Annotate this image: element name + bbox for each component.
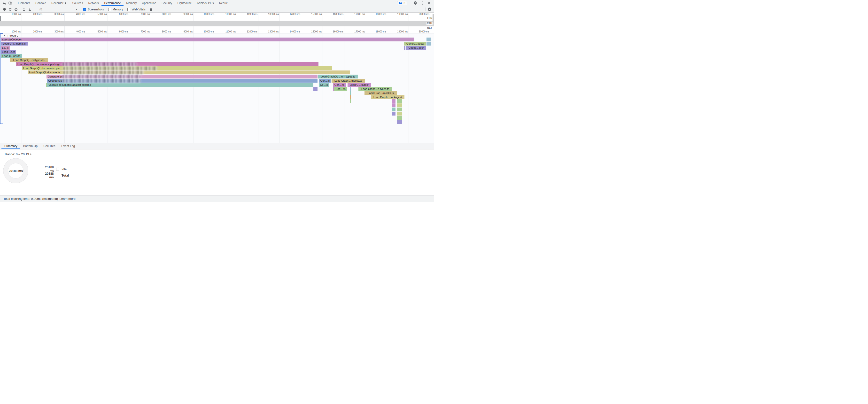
tab-security[interactable]: Security [159,0,175,6]
statusbar: Total blocking time: 0.00ms (estimated) … [0,195,434,202]
tab-adblock-plus[interactable]: Adblock Plus [194,0,216,6]
flame-bar[interactable]: Lo...s [1,46,10,50]
flame-bar[interactable]: Load GraphQL ...urn-types.ts [318,74,358,79]
flame-bar[interactable]: Load Grap.../mocks.ts [365,91,397,95]
learn-more-link[interactable]: Learn more [59,197,75,200]
flame-bar[interactable]: Cod....ts [334,87,347,91]
timeline-overview[interactable]: 1000 ms2000 ms3000 ms4000 ms5000 ms6000 … [0,12,434,30]
tab-network[interactable]: Network [86,0,101,6]
ruler-tick-label: 18000 ms [365,30,386,33]
tab-redux[interactable]: Redux [217,0,230,6]
flame-bar[interactable]: Load Graph.../mocks.ts [332,79,365,83]
flame-block[interactable] [350,99,351,103]
gridline [237,33,237,143]
checkbox-memory[interactable]: Memory [108,8,123,11]
tab-call-tree[interactable]: Call Tree [40,143,58,149]
record-icon[interactable] [1,7,7,12]
checkbox-screenshots[interactable]: Screenshots [83,8,104,11]
checkbox-web-vitals[interactable]: Web Vitals [127,8,146,11]
flame-bar[interactable]: Load Graph...n-types.ts [359,87,392,91]
issues-count: 3 [403,1,405,5]
trash-icon[interactable] [148,7,154,12]
tab-recorder[interactable]: Recorder [49,0,69,6]
clear-icon[interactable] [13,7,19,12]
flame-block[interactable] [427,42,431,45]
flame-bar[interactable]: Gen....ts [333,83,346,87]
close-icon[interactable] [426,0,432,6]
flame-block[interactable] [392,107,396,112]
save-profile-icon[interactable] [27,7,33,12]
tab-label: Memory [126,1,136,5]
flame-bar[interactable]: Load GraphQ...ed/types.ts [10,58,48,62]
summary-donut-chart: 20188 ms [3,158,28,183]
flame-block[interactable] [392,112,396,116]
overview-tick-label: 17000 ms [344,13,365,15]
thread-header[interactable]: Thread 0 [3,33,18,37]
ruler-tick-label: 11000 ms [215,30,236,33]
overview-tick-label: 5000 ms [86,13,107,15]
flame-bar[interactable]: Gen...ts [319,79,331,83]
flame-bar[interactable]: Load GraphQL documents: package [16,62,318,66]
flame-block[interactable] [404,46,405,50]
flame-block[interactable] [392,99,396,103]
overview-cursor-line[interactable] [45,12,45,29]
flame-block[interactable] [427,37,431,41]
more-options-icon[interactable] [420,0,424,6]
tab-bottom-up[interactable]: Bottom-Up [20,143,40,149]
divider [20,7,20,11]
overview-tick-label: 16000 ms [322,13,343,15]
flame-block[interactable] [313,87,317,91]
checkbox-unchecked-icon[interactable] [127,8,130,11]
flame-block[interactable] [397,99,402,103]
reload-and-record-icon[interactable] [7,7,13,12]
checkbox-unchecked-icon[interactable] [108,8,111,11]
capture-settings-gear-icon[interactable] [427,7,433,12]
flame-block[interactable] [397,107,402,112]
gridline [64,33,65,143]
tab-event-log[interactable]: Event Log [58,143,78,149]
flame-bar[interactable]: Genera...ages/ [404,42,426,45]
settings-gear-icon[interactable] [413,0,418,6]
flame-bar[interactable]: Load G...kages/ [347,83,371,87]
tab-memory[interactable]: Memory [124,0,139,6]
flame-bar[interactable]: Validate documents against schema [47,83,313,87]
history-select[interactable]: #1 [36,7,79,12]
redacted-text-overlay [63,67,157,70]
summary-legend: 20188 msIdle20188 msTotal [40,166,69,179]
device-toolbar-icon[interactable] [7,0,13,6]
tab-label: Performance [104,1,121,5]
redacted-text-overlay [63,79,141,83]
flame-block[interactable] [397,120,402,124]
ruler-tick-label: 9000 ms [172,30,193,33]
overview-scrollbar-thumb[interactable] [433,14,434,23]
tab-console[interactable]: Console [33,0,49,6]
checkbox-label: Memory [113,8,123,11]
flame-block[interactable] [397,116,402,120]
flame-bar[interactable]: Load ...s.ts [1,50,16,54]
flamechart[interactable]: Thread 0 executeCodegenLoad Gra...hema.t… [0,33,434,143]
tab-elements[interactable]: Elements [15,0,33,6]
flame-block[interactable] [397,112,402,116]
flame-block[interactable] [350,91,351,95]
tab-sources[interactable]: Sources [69,0,86,6]
issues-badge[interactable]: 3 [397,1,407,5]
inspect-element-icon[interactable] [1,0,7,6]
flame-block[interactable] [397,103,402,107]
tab-application[interactable]: Application [140,0,159,6]
tab-performance[interactable]: Performance [101,0,124,6]
load-profile-icon[interactable] [21,7,27,12]
flame-bar[interactable]: Load Gra...hema.ts [1,42,28,45]
flame-bar[interactable]: Load G...pes.ts [1,54,22,58]
checkbox-checked-icon[interactable] [83,8,86,11]
ruler-tick-label: 2000 ms [21,30,42,33]
flame-block[interactable] [350,95,351,99]
flame-bar[interactable]: executeCodegen [1,37,414,41]
flame-bar[interactable]: Co...ts [319,83,329,87]
ruler-tick-label: 14000 ms [279,30,300,33]
flame-bar[interactable]: Codeg...ges/ [406,46,426,50]
flame-bar[interactable]: Load Graph...packages/ [371,95,404,99]
flame-block[interactable] [392,103,396,107]
tab-lighthouse[interactable]: Lighthouse [175,0,194,6]
tab-summary[interactable]: Summary [1,143,20,149]
flame-block[interactable] [350,87,351,91]
